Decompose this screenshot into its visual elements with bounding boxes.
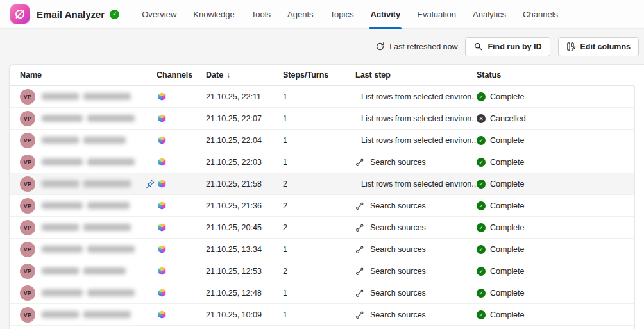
column-header-name[interactable]: Name (20, 71, 157, 80)
run-date: 21.10.25, 22:03 (206, 158, 283, 167)
copilot-channel-icon (157, 156, 167, 167)
column-header-date[interactable]: Date ↓ (206, 71, 283, 80)
link-icon (355, 245, 364, 254)
avatar: VP (20, 242, 35, 257)
last-step-label: Search sources (370, 223, 426, 232)
table-row[interactable]: VP (10, 173, 634, 195)
redacted-name (42, 224, 131, 231)
find-run-button[interactable]: Find run by ID (465, 37, 550, 56)
last-step-label: Search sources (370, 158, 426, 167)
tab-analytics[interactable]: Analytics (464, 0, 514, 29)
status-cell: ✓ Complete (477, 310, 634, 319)
steps-turns-value: 1 (283, 158, 355, 167)
steps-turns-value: 1 (283, 310, 355, 319)
table-row[interactable]: VP (10, 195, 634, 217)
copilot-channel-icon (157, 287, 167, 298)
copilot-channel-icon (157, 200, 167, 211)
steps-turns-value: 1 (283, 289, 355, 298)
status-icon: ✕ (477, 114, 486, 123)
agent-logo (10, 4, 30, 24)
status-icon: ✓ (477, 201, 486, 210)
status-label: Complete (490, 136, 525, 145)
tab-topics[interactable]: Topics (322, 0, 362, 29)
status-icon: ✓ (477, 180, 486, 189)
table-header-row: Name Channels Date ↓ Steps/Turns Last st… (10, 65, 634, 86)
table-row[interactable]: VP (10, 86, 634, 108)
tab-evaluation[interactable]: Evaluation (409, 0, 464, 29)
table-row[interactable]: VP (10, 239, 634, 260)
status-label: Complete (490, 158, 525, 167)
status-cell: ✓ Complete (477, 201, 634, 210)
column-header-steps-turns[interactable]: Steps/Turns (283, 71, 355, 80)
table-row[interactable]: VP (10, 130, 634, 151)
tab-knowledge[interactable]: Knowledge (185, 0, 242, 29)
copilot-channel-icon (157, 113, 167, 124)
redacted-name (42, 202, 130, 209)
copilot-channel-icon (157, 222, 167, 233)
copilot-channel-icon (157, 178, 167, 189)
pin-icon[interactable] (146, 179, 155, 189)
tab-agents[interactable]: Agents (279, 0, 321, 29)
steps-turns-value: 1 (283, 136, 355, 145)
table-row[interactable]: VP (10, 151, 634, 173)
table-row-partial[interactable]: VP (10, 326, 634, 329)
avatar: VP (20, 111, 35, 126)
avatar: VP (20, 307, 35, 323)
status-icon: ✓ (477, 92, 486, 101)
table-row[interactable]: VP (10, 282, 634, 304)
avatar: VP (20, 176, 35, 192)
copilot-channel-icon (157, 309, 167, 320)
table-row[interactable]: VP (10, 260, 634, 282)
column-header-last-step[interactable]: Last step (355, 71, 477, 80)
redacted-name (42, 180, 131, 187)
avatar: VP (20, 198, 35, 214)
verified-badge-icon: ✓ (110, 10, 119, 19)
channel-cell (157, 156, 206, 167)
tab-tools[interactable]: Tools (243, 0, 279, 29)
table-row[interactable]: VP (10, 108, 634, 130)
link-icon (355, 267, 364, 276)
vertical-scrollbar[interactable] (634, 86, 644, 329)
refresh-icon (375, 42, 385, 51)
last-step-label: List rows from selected environ... (361, 114, 477, 123)
avatar: VP (20, 89, 35, 105)
channel-cell (157, 222, 206, 233)
status-cell: ✓ Complete (477, 136, 634, 145)
last-step-cell: Search sources (355, 245, 477, 254)
run-name-cell: VP (20, 198, 157, 214)
last-step-cell: Search sources (355, 158, 477, 167)
status-cell: ✓ Complete (477, 267, 634, 276)
run-date: 21.10.25, 22:11 (206, 92, 283, 101)
runs-table: Name Channels Date ↓ Steps/Turns Last st… (9, 64, 644, 329)
run-date: 21.10.25, 21:36 (206, 201, 283, 210)
run-date: 21.10.25, 13:34 (206, 245, 283, 254)
channel-cell (157, 91, 206, 102)
edit-columns-button[interactable]: Edit columns (558, 37, 639, 56)
copilot-channel-icon (157, 91, 167, 102)
avatar: VP (20, 264, 35, 279)
status-icon: ✓ (477, 245, 486, 254)
run-name-cell: VP (20, 176, 157, 192)
column-header-channels[interactable]: Channels (157, 71, 206, 80)
copilot-channel-icon (157, 244, 167, 255)
table-row[interactable]: VP (10, 304, 634, 326)
channel-cell (157, 309, 206, 320)
status-label: Complete (490, 223, 525, 232)
avatar: VP (20, 155, 35, 170)
last-step-label: List rows from selected environ... (361, 180, 477, 189)
tab-activity[interactable]: Activity (362, 0, 409, 29)
run-name-cell: VP (20, 89, 157, 105)
column-header-status[interactable]: Status (477, 71, 634, 80)
activity-toolbar: Last refreshed now Find run by ID Edit c… (0, 29, 644, 64)
tab-overview[interactable]: Overview (133, 0, 185, 29)
last-step-label: Search sources (370, 289, 426, 298)
last-step-label: List rows from selected environ... (361, 136, 477, 145)
refresh-button[interactable]: Last refreshed now (375, 42, 457, 51)
last-step-cell: Search sources (355, 310, 477, 319)
run-date: 21.10.25, 20:45 (206, 223, 283, 232)
redacted-name (42, 267, 126, 274)
tab-channels[interactable]: Channels (514, 0, 566, 29)
link-icon (355, 201, 364, 210)
table-row[interactable]: VP (10, 217, 634, 239)
status-label: Complete (490, 267, 525, 276)
